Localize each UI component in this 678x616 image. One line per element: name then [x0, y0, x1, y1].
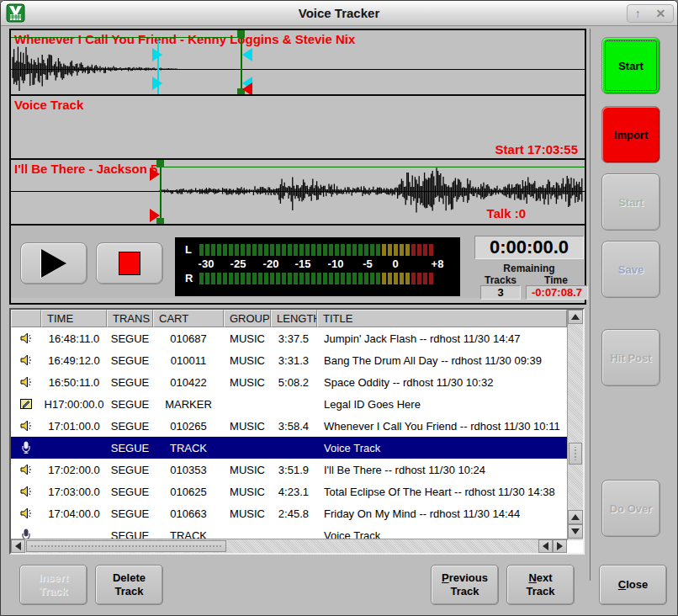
- start-marker-handle[interactable]: [156, 160, 164, 167]
- log-table-header[interactable]: TIMETRANSCARTGROUPLENGTHTITLE: [11, 310, 583, 327]
- insert-track-button[interactable]: InsertTrack: [19, 565, 87, 605]
- import-button[interactable]: Import: [601, 106, 660, 163]
- meter-segment: [347, 273, 351, 284]
- vertical-scrollbar[interactable]: [567, 310, 583, 540]
- previous-track-button[interactable]: PreviousTrack: [431, 565, 499, 605]
- speaker-icon: [11, 507, 41, 520]
- cell-cart: 010687: [153, 332, 224, 345]
- meter-segment: [429, 244, 433, 256]
- scroll-right-button[interactable]: [553, 539, 567, 553]
- cell-group: MUSIC: [224, 507, 271, 520]
- cell-cart: MARKER: [153, 398, 224, 411]
- audio-meter: L -30-25-20-15-10-50+8 R: [175, 237, 460, 296]
- fade-marker-handle[interactable]: [152, 48, 162, 61]
- log-row-4[interactable]: H17:00:00.0SEGUEMARKERLegal ID Goes Here: [11, 393, 583, 415]
- cell-cart: 010625: [153, 486, 224, 498]
- log-row-6-selected[interactable]: SEGUETRACKVoice Track: [11, 437, 583, 459]
- log-row-1[interactable]: 16:48:11.0SEGUE010687MUSIC3:37.5Jumpin' …: [11, 327, 583, 349]
- meter-scale-label: +8: [432, 258, 444, 270]
- speaker-icon: [11, 485, 41, 498]
- hit-post-button[interactable]: Hit Post: [601, 329, 660, 386]
- meter-segment: [382, 273, 386, 284]
- vertical-scroll-thumb[interactable]: [569, 443, 582, 465]
- cell-cart: TRACK: [153, 442, 224, 454]
- column-header-icon[interactable]: [11, 310, 41, 327]
- column-header-title[interactable]: TITLE: [317, 310, 567, 327]
- scroll-left-button-2[interactable]: [538, 539, 553, 553]
- end-marker-handle[interactable]: [242, 82, 252, 96]
- scroll-left-button[interactable]: [11, 539, 25, 553]
- column-header-length[interactable]: LENGTH: [271, 310, 317, 327]
- column-header-cart[interactable]: CART: [153, 310, 224, 327]
- meter-segment: [282, 244, 286, 256]
- titlebar[interactable]: Voice Tracker ↑ ✕: [1, 1, 677, 26]
- cell-title: Legal ID Goes Here: [317, 398, 567, 411]
- maximize-icon[interactable]: ↑: [635, 8, 641, 19]
- horizontal-scrollbar[interactable]: [11, 539, 567, 553]
- scroll-up-button-2[interactable]: [568, 510, 583, 524]
- remaining-time-value: -0:07:08.7: [526, 285, 588, 300]
- cell-cart: 010353: [153, 464, 224, 476]
- column-header-time[interactable]: TIME: [41, 310, 107, 327]
- meter-segment: [252, 244, 257, 256]
- meter-segment: [352, 244, 357, 256]
- arrow-up-icon: [571, 514, 580, 520]
- play-button[interactable]: [20, 242, 87, 284]
- cell-title: I'll Be There -- rdhost 11/30 10:24: [317, 464, 567, 476]
- meter-segment: [258, 244, 262, 256]
- meter-segment: [270, 273, 274, 284]
- scroll-down-button[interactable]: [568, 524, 583, 539]
- save-button[interactable]: Save: [601, 241, 660, 298]
- arrow-left-icon: [15, 542, 21, 550]
- record-start-button[interactable]: Start: [601, 37, 660, 94]
- arrow-down-icon: [571, 528, 580, 534]
- next-track-button[interactable]: NextTrack: [506, 565, 575, 605]
- log-row-9[interactable]: 17:04:00.0SEGUE010663MUSIC2:45.8Friday O…: [11, 502, 583, 524]
- log-row-5[interactable]: 17:01:00.0SEGUE010265MUSIC3:58.4Whenever…: [11, 415, 583, 437]
- talk-marker-handle[interactable]: [150, 167, 160, 181]
- mic-icon: [11, 441, 41, 454]
- stop-button[interactable]: [96, 242, 163, 284]
- log-row-3[interactable]: 16:50:11.0SEGUE010422MUSIC5:08.2Space Od…: [11, 371, 583, 393]
- next-track-waveform-panel[interactable]: I'll Be There - Jackson 5 Talk :0: [11, 160, 585, 226]
- log-row-2[interactable]: 16:49:12.0SEGUE010011MUSIC3:31.3Bang The…: [11, 349, 583, 371]
- meter-segment: [400, 244, 404, 256]
- voice-track-panel[interactable]: Voice Track Start 17:03:55: [11, 96, 585, 160]
- meter-scale-label: -20: [263, 258, 279, 270]
- button-label: Hit Post: [610, 352, 651, 364]
- close-button[interactable]: Close: [599, 565, 667, 605]
- close-icon[interactable]: ✕: [655, 8, 665, 19]
- remaining-time-label: Time: [526, 274, 586, 286]
- column-header-trans[interactable]: TRANS: [107, 310, 153, 327]
- cell-trans: SEGUE: [107, 464, 153, 476]
- fade-marker-handle[interactable]: [152, 77, 162, 90]
- cell-length: 5:08.2: [271, 376, 317, 389]
- cell-time: 17:03:00.0: [41, 486, 107, 498]
- log-row-8[interactable]: 17:03:00.0SEGUE010625MUSIC4:23.1Total Ec…: [11, 481, 583, 502]
- button-label: Next: [528, 571, 552, 585]
- cell-trans: SEGUE: [107, 332, 153, 345]
- cell-time: 17:01:00.0: [41, 420, 107, 433]
- delete-track-button[interactable]: DeleteTrack: [95, 565, 163, 605]
- horizontal-scroll-thumb[interactable]: [26, 540, 226, 552]
- column-header-group[interactable]: GROUP: [224, 310, 271, 327]
- cell-title: Space Oddity -- rdhost 11/30 10:32: [317, 376, 567, 389]
- speaker-icon: [11, 463, 41, 476]
- cell-time: 17:02:00.0: [41, 464, 107, 476]
- meter-segment: [276, 244, 280, 256]
- meter-segment: [423, 244, 427, 256]
- meter-segment: [352, 273, 357, 284]
- log-row-7[interactable]: 17:02:00.0SEGUE010353MUSIC3:51.9I'll Be …: [11, 459, 583, 481]
- talk-time-label: Talk :0: [487, 206, 526, 220]
- segue-marker-handle[interactable]: [237, 30, 245, 38]
- scroll-up-button[interactable]: [568, 310, 583, 324]
- meter-segment: [217, 244, 221, 256]
- meter-segment: [235, 244, 239, 256]
- fade-end-handle[interactable]: [242, 48, 252, 61]
- do-over-button[interactable]: Do Over: [601, 480, 660, 537]
- meter-segment: [329, 273, 333, 284]
- meter-segment: [246, 244, 251, 256]
- previous-track-waveform-panel[interactable]: Whenever I Call You Friend - Kenny Loggi…: [11, 30, 585, 96]
- play-start-button[interactable]: Start: [601, 173, 660, 231]
- talk-marker-handle[interactable]: [150, 209, 160, 222]
